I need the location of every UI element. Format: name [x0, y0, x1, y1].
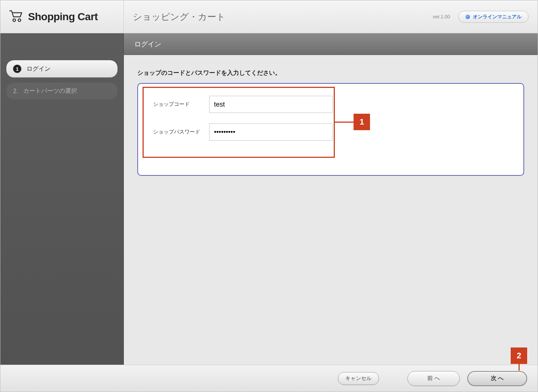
callout-connector: [335, 122, 354, 123]
annotation-callout-2: 2: [511, 347, 527, 371]
login-panel: ショップコード ショップパスワード: [137, 83, 524, 176]
footer: キャンセル 前 へ 次 へ 2: [0, 365, 538, 392]
prev-button-label: 前 へ: [427, 375, 440, 382]
next-button[interactable]: 次 へ: [467, 371, 527, 386]
svg-point-1: [18, 19, 21, 21]
subheader-title: ログイン: [134, 40, 161, 49]
sidebar-step-login[interactable]: 1 ログイン: [6, 60, 117, 77]
callout-number-1: 1: [354, 114, 370, 130]
step-label: ログイン: [27, 65, 51, 73]
middle-row: 1 ログイン 2. カートパーツの選択 ログイン ショップのコードとパスワードを…: [0, 33, 538, 365]
step-label: カートパーツの選択: [23, 87, 77, 95]
version-label: ver.1.00: [433, 14, 450, 19]
sidebar: 1 ログイン 2. カートパーツの選択: [0, 33, 124, 365]
callout-connector: [519, 364, 520, 371]
globe-icon: [465, 15, 470, 19]
label-shop-code: ショップコード: [153, 101, 209, 108]
subheader: ログイン: [124, 33, 538, 55]
app-window: Shopping Cart ショッピング・カート ver.1.00 オンラインマ…: [0, 0, 538, 392]
cancel-button-label: キャンセル: [345, 375, 372, 382]
input-shop-code[interactable]: [209, 96, 333, 113]
row-shop-code: ショップコード: [153, 96, 508, 113]
content-area: ショップのコードとパスワードを入力してください。 ショップコード ショップパスワ…: [124, 55, 538, 365]
annotation-callout-1: 1: [335, 114, 370, 130]
cart-icon: [9, 9, 28, 24]
page-title: ショッピング・カート: [133, 11, 226, 23]
label-shop-password: ショップパスワード: [153, 129, 209, 135]
panel-wrap: ショップコード ショップパスワード 1: [137, 83, 524, 176]
svg-point-0: [13, 19, 16, 21]
header-meta: ver.1.00 オンラインマニュアル: [433, 11, 529, 23]
callout-number-2: 2: [511, 347, 527, 364]
top-row: Shopping Cart ショッピング・カート ver.1.00 オンラインマ…: [0, 0, 538, 33]
header-right: ショッピング・カート ver.1.00 オンラインマニュアル: [124, 0, 538, 33]
logo-text: Shopping Cart: [28, 11, 98, 23]
manual-button-label: オンラインマニュアル: [473, 13, 522, 20]
step-number: 2.: [13, 88, 18, 95]
online-manual-button[interactable]: オンラインマニュアル: [458, 11, 529, 23]
logo-area: Shopping Cart: [0, 0, 124, 33]
sidebar-step-cart-parts[interactable]: 2. カートパーツの選択: [6, 83, 117, 99]
step-number-badge: 1: [13, 65, 21, 73]
cancel-button[interactable]: キャンセル: [338, 372, 379, 385]
input-shop-password[interactable]: [209, 123, 333, 141]
next-button-label: 次 へ: [491, 375, 504, 382]
row-shop-password: ショップパスワード: [153, 123, 508, 141]
main-area: ログイン ショップのコードとパスワードを入力してください。 ショップコード ショ…: [124, 33, 538, 365]
prev-button[interactable]: 前 へ: [407, 371, 460, 386]
instruction-text: ショップのコードとパスワードを入力してください。: [137, 69, 524, 77]
